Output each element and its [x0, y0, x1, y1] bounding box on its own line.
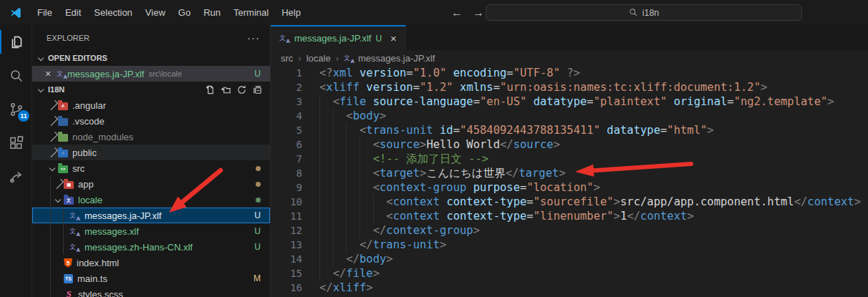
- code-line-text: </body>: [319, 252, 393, 266]
- open-editors-header[interactable]: OPEN EDITORS: [32, 50, 270, 66]
- chevron-right-icon[interactable]: [48, 147, 58, 157]
- menu-go[interactable]: Go: [172, 4, 197, 21]
- menu-view[interactable]: View: [139, 4, 172, 21]
- code-line[interactable]: 3 <file source-language="en-US" datatype…: [271, 94, 868, 109]
- line-number: 9: [271, 180, 312, 195]
- tree-item-index-html[interactable]: 5index.html: [32, 255, 270, 271]
- tree-item-node-modules[interactable]: node_modules: [32, 129, 270, 145]
- chevron-right-icon[interactable]: [48, 116, 58, 126]
- extensions-icon[interactable]: [0, 126, 32, 160]
- code-line-text: <?xml version="1.0" encoding="UTF-8" ?>: [319, 66, 580, 80]
- breadcrumb-item-src[interactable]: src: [281, 53, 293, 64]
- code-line[interactable]: 5 <trans-unit id="4584092443788135411" d…: [271, 123, 868, 137]
- code-line-text: <context context-type="sourcefile">src/a…: [319, 195, 861, 209]
- indent-guide: [360, 195, 373, 209]
- sidebar-title: EXPLORER: [47, 34, 90, 42]
- code-line[interactable]: 13 </trans-unit>: [271, 238, 868, 252]
- indent-guide: [319, 166, 333, 180]
- tree-item-app[interactable]: ▦app: [32, 176, 270, 192]
- code-line[interactable]: 1<?xml version="1.0" encoding="UTF-8" ?>: [271, 66, 868, 80]
- chevron-right-icon[interactable]: [48, 132, 58, 142]
- more-actions-icon[interactable]: ···: [247, 31, 260, 44]
- code-line[interactable]: 16</xliff>: [271, 281, 868, 295]
- line-number: 11: [271, 209, 312, 223]
- explorer-icon[interactable]: [0, 25, 32, 59]
- breadcrumb-item-locale[interactable]: locale: [307, 53, 331, 64]
- code-line[interactable]: 9 <context-group purpose="location">: [271, 180, 868, 195]
- line-number: 2: [271, 80, 312, 94]
- code-line[interactable]: 15 </file>: [271, 266, 868, 281]
- tree-item-messages-ja-jp-xlf[interactable]: 文Amessages.ja-JP.xlfU: [32, 208, 270, 223]
- vscode-logo-icon: [9, 6, 22, 19]
- line-number: 14: [271, 252, 312, 266]
- menu-help[interactable]: Help: [275, 4, 307, 21]
- code-line[interactable]: 6 <source>Hello World</source>: [271, 137, 868, 152]
- close-icon[interactable]: ×: [45, 68, 57, 79]
- locale-folder-icon: 文: [64, 197, 74, 205]
- tree-item-label: .angular: [72, 100, 106, 111]
- breadcrumb-item-messages-ja-jp-xlf[interactable]: 文Amessages.ja-JP.xlf: [344, 53, 435, 64]
- menu-selection[interactable]: Selection: [87, 4, 138, 21]
- chevron-down-icon[interactable]: [55, 197, 61, 203]
- tab-title: messages.ja-JP.xlf: [294, 33, 371, 44]
- project-section-header[interactable]: I18N: [32, 82, 270, 97]
- line-number: 7: [271, 152, 312, 166]
- indent-guide: [333, 180, 347, 195]
- chevron-right-icon[interactable]: [54, 179, 64, 189]
- indent-guide: [333, 152, 347, 166]
- refresh-icon[interactable]: [236, 84, 247, 95]
- menu-file[interactable]: File: [31, 4, 59, 21]
- new-file-icon[interactable]: [205, 84, 216, 95]
- command-center-search[interactable]: i18n: [486, 4, 802, 21]
- nav-forward-button[interactable]: →: [473, 0, 484, 25]
- collapse-all-icon[interactable]: [252, 84, 263, 95]
- code-line[interactable]: 7 <!-- 添加了日文 -->: [271, 152, 868, 166]
- tab-git-badge: U: [375, 34, 382, 44]
- chevron-down-icon[interactable]: [49, 165, 55, 171]
- code-line[interactable]: 14 </body>: [271, 252, 868, 266]
- tree-item-label: index.html: [77, 258, 119, 268]
- tree-item-styles-scss[interactable]: Sstyles.scss: [32, 286, 270, 297]
- code-line[interactable]: 11 <context context-type="linenumber">1<…: [271, 209, 868, 223]
- tree-item-label: main.ts: [77, 273, 107, 284]
- app-folder-icon: ▦: [64, 181, 74, 189]
- xliff-file-icon: 文A: [69, 226, 80, 237]
- menu-run[interactable]: Run: [197, 4, 227, 21]
- breadcrumb-label: src: [281, 53, 293, 64]
- search-icon[interactable]: [0, 59, 32, 92]
- breadcrumb-separator-icon: ›: [336, 53, 339, 64]
- scss-file-icon: S: [64, 288, 74, 297]
- nav-back-button[interactable]: ←: [451, 0, 463, 25]
- tree-item-label: .vscode: [72, 116, 105, 127]
- tree-item-public[interactable]: ○public: [32, 145, 270, 160]
- tree-item-main-ts[interactable]: TSmain.tsM: [32, 271, 270, 286]
- tree-item-messages-zh-hans-cn-xlf[interactable]: 文Amessages.zh-Hans-CN.xlfU: [32, 239, 270, 255]
- tree-item-src[interactable]: <>src: [32, 160, 270, 176]
- tab-messages-ja-jp[interactable]: 文A messages.ja-JP.xlf U ×: [271, 25, 406, 50]
- open-editor-item[interactable]: × 文A messages.ja-JP.xlf src\locale U: [32, 66, 270, 82]
- code-line[interactable]: 10 <context context-type="sourcefile">sr…: [271, 195, 868, 209]
- source-control-icon[interactable]: 11: [0, 92, 32, 126]
- code-editor[interactable]: 1<?xml version="1.0" encoding="UTF-8" ?>…: [271, 66, 868, 297]
- indent-guide: [360, 166, 373, 180]
- tree-item-locale[interactable]: 文locale: [32, 192, 270, 208]
- code-line[interactable]: 8 <target>こんにちは世界</target>: [271, 166, 868, 180]
- tab-close-icon[interactable]: ×: [390, 32, 397, 44]
- live-share-icon[interactable]: [0, 160, 32, 193]
- code-line[interactable]: 12 </context-group>: [271, 223, 868, 238]
- menu-terminal[interactable]: Terminal: [227, 4, 275, 21]
- code-line[interactable]: 4 <body>: [271, 109, 868, 123]
- tree-item--vscode[interactable]: .vscode: [32, 113, 270, 129]
- code-line[interactable]: 2<xliff version="1.2" xmlns="urn:oasis:n…: [271, 80, 868, 94]
- indent-guide: [333, 252, 347, 266]
- tree-item--angular[interactable]: A.angular: [32, 97, 270, 113]
- indent-guide: [346, 209, 360, 223]
- code-line-text: </context-group>: [319, 223, 480, 238]
- new-folder-icon[interactable]: [221, 84, 231, 95]
- menu-edit[interactable]: Edit: [59, 4, 87, 21]
- breadcrumb-separator-icon: ›: [298, 53, 301, 64]
- git-status-badge: U: [254, 226, 261, 236]
- indent-guide: [319, 195, 333, 209]
- tree-item-messages-xlf[interactable]: 文Amessages.xlfU: [32, 223, 270, 239]
- chevron-right-icon[interactable]: [48, 100, 58, 110]
